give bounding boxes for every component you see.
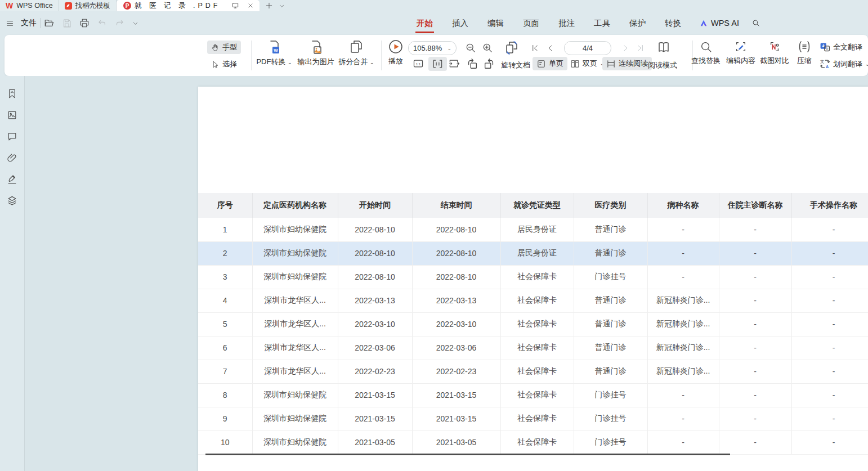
play-button[interactable]: 播放 [385, 39, 406, 66]
save-icon[interactable] [62, 19, 71, 28]
double-page-icon [570, 59, 580, 69]
hand-tool-button[interactable]: 手型 [207, 41, 241, 54]
zoom-out-icon[interactable] [465, 42, 476, 53]
next-page-icon[interactable] [621, 44, 630, 52]
document-viewport[interactable]: 序号定点医药机构名称开始时间结束时间就诊凭证类型医疗类别病种名称住院主诊断名称手… [25, 76, 868, 471]
table-cell: - [647, 407, 719, 430]
rotate-left-icon[interactable] [466, 57, 478, 70]
page-number-input[interactable]: 4/4 [564, 41, 611, 55]
read-mode-book-icon[interactable] [656, 40, 671, 55]
single-page-button[interactable]: 单页 [533, 57, 567, 70]
table-cell: 普通门诊 [574, 241, 647, 265]
table-cell: 2021-03-15 [412, 383, 500, 407]
ribbon-tab-page[interactable]: 页面 [522, 15, 540, 32]
table-cell: 2022-08-10 [412, 218, 500, 241]
docer-icon [65, 2, 72, 10]
comment-icon[interactable] [7, 131, 17, 142]
fit-page-icon[interactable] [448, 58, 459, 69]
table-cell: 2 [198, 241, 252, 265]
table-header-cell: 手术操作名称 [791, 193, 868, 218]
signature-pen-icon[interactable] [7, 174, 17, 185]
ribbon-tab-insert[interactable]: 插入 [451, 15, 469, 32]
table-cell: 2022-08-10 [338, 265, 412, 289]
new-tab-plus-icon[interactable] [265, 2, 273, 10]
select-tool-button[interactable]: 选择 [207, 57, 241, 71]
screenshot-compare-button[interactable]: 截图对比 [759, 40, 790, 66]
read-mode-label[interactable]: 阅读模式 [648, 60, 677, 70]
table-cell: 社会保障卡 [500, 383, 574, 407]
print-icon[interactable] [79, 18, 90, 28]
export-image-button[interactable]: 输出为图片 [296, 40, 335, 67]
single-page-icon [536, 59, 546, 69]
ribbon-tab-protect[interactable]: 保护 [628, 15, 647, 32]
word-translate-label: 划词翻译 [833, 59, 862, 69]
first-page-icon[interactable] [531, 44, 539, 52]
full-translate-button[interactable]: A 文 全文翻译 [820, 42, 862, 52]
ribbon-tab-comment[interactable]: 批注 [557, 15, 576, 32]
table-cell: 2022-03-10 [412, 312, 500, 336]
presentation-monitor-icon[interactable] [231, 2, 239, 10]
tab-list-chevron-icon[interactable] [279, 3, 285, 9]
hand-icon [211, 43, 220, 52]
quick-access-chevron-icon[interactable] [132, 20, 138, 26]
table-cell: 3 [198, 265, 252, 289]
redo-icon[interactable] [115, 19, 124, 28]
table-cell: 新冠肺炎门诊... [647, 360, 719, 383]
zoom-level-select[interactable]: 105.88% ⌄ [408, 41, 457, 55]
tab-document[interactable]: P 就 医 记 录 .PDF [117, 0, 259, 11]
tab-wps-office[interactable]: W WPS Office [0, 0, 59, 11]
thumbnail-image-icon[interactable] [7, 110, 17, 120]
table-header-cell: 医疗类别 [574, 193, 647, 218]
continuous-read-button[interactable]: 连续阅读 [602, 57, 652, 70]
table-row: 6深圳市龙华区人...2022-03-062022-03-06社会保障卡普通门诊… [198, 336, 868, 360]
table-cell: - [719, 360, 791, 383]
table-row: 10深圳市妇幼保健院2021-03-052021-03-05社会保障卡门诊挂号-… [198, 430, 868, 454]
edit-content-icon [735, 40, 747, 53]
table-cell: - [647, 383, 719, 407]
fit-width-button[interactable] [428, 57, 447, 71]
wps-ai-button[interactable]: WPS AI [699, 19, 739, 28]
attachment-paperclip-icon[interactable] [7, 152, 17, 163]
tab-docer[interactable]: 找稻壳模板 [59, 0, 117, 11]
ribbon-tab-tools[interactable]: 工具 [593, 15, 611, 32]
open-folder-icon[interactable] [44, 18, 54, 28]
table-cell: 6 [198, 336, 252, 360]
zoom-in-icon[interactable] [482, 42, 493, 53]
rotate-right-icon[interactable] [483, 57, 495, 70]
ribbon-tab-convert[interactable]: 转换 [664, 15, 682, 32]
rotate-doc-label[interactable]: 旋转文档 [501, 60, 530, 70]
actual-size-icon[interactable]: 1:1 [413, 58, 424, 69]
undo-icon[interactable] [97, 19, 107, 28]
select-tool-label: 选择 [222, 59, 237, 69]
last-page-icon[interactable] [636, 44, 645, 52]
full-translate-icon: A 文 [820, 42, 830, 52]
table-cell: 深圳市龙华区人... [252, 360, 338, 383]
table-row: 8深圳市妇幼保健院2021-03-152021-03-15社会保障卡门诊挂号--… [198, 383, 868, 407]
find-replace-button[interactable]: 查找替换 [690, 40, 722, 66]
ribbon-search-icon[interactable] [751, 19, 760, 28]
split-merge-label: 拆分合并 [338, 57, 368, 66]
word-translate-button[interactable]: 文 A 划词翻译 ⌄ [820, 59, 868, 69]
table-cell: - [791, 218, 868, 241]
table-cell: 普通门诊 [574, 218, 647, 241]
edit-content-button[interactable]: 编辑内容 [725, 40, 757, 66]
compress-button[interactable]: 压缩 [795, 40, 814, 66]
table-cell: - [719, 265, 791, 289]
hamburger-menu-icon[interactable] [6, 19, 14, 28]
file-menu[interactable]: 文件 [21, 18, 37, 28]
svg-text:文: 文 [825, 47, 829, 51]
ribbon-tab-home[interactable]: 开始 [415, 15, 434, 32]
close-tab-icon[interactable] [247, 2, 254, 9]
play-icon [388, 39, 403, 54]
prev-page-icon[interactable] [546, 44, 554, 52]
table-cell: 新冠肺炎门诊... [647, 312, 719, 336]
ribbon-tab-edit[interactable]: 编辑 [486, 15, 505, 32]
pdf-convert-button[interactable]: W PDF转换 ⌄ [256, 40, 293, 67]
swap-pages-icon[interactable] [504, 41, 519, 55]
table-cell: - [719, 383, 791, 407]
table-cell: 2022-03-06 [338, 336, 412, 360]
bookmark-icon[interactable] [7, 88, 17, 99]
split-merge-button[interactable]: 拆分合并 ⌄ [338, 40, 375, 67]
table-cell: 2022-08-10 [338, 218, 412, 241]
layers-icon[interactable] [7, 195, 17, 206]
